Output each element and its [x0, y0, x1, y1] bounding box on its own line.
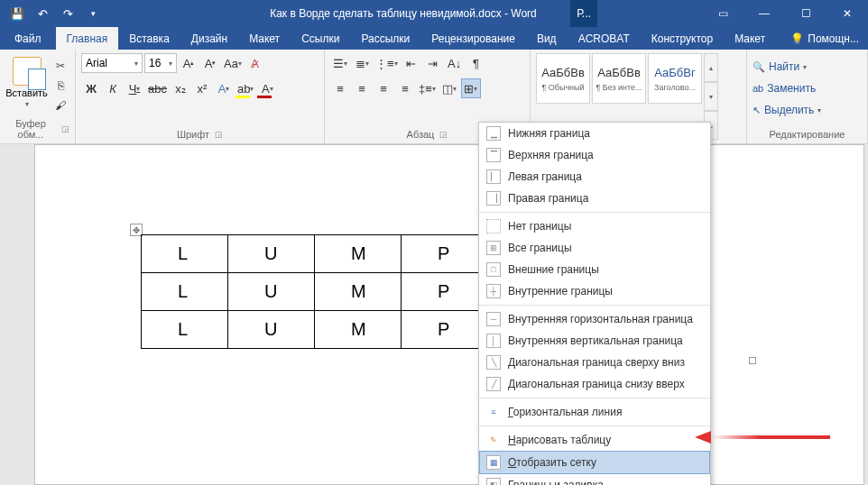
- launcher-icon[interactable]: ◲: [61, 124, 69, 133]
- tab-layout[interactable]: Макет: [238, 27, 291, 50]
- table-cell[interactable]: U: [228, 311, 315, 349]
- copy-icon[interactable]: ⎘: [51, 77, 69, 95]
- menu-diag-down-border[interactable]: ╲Диагональная граница сверху вниз: [479, 352, 710, 373]
- menu-view-gridlines[interactable]: ▦Отобразить сетку: [479, 451, 710, 474]
- justify-icon[interactable]: ≡: [395, 78, 415, 98]
- indent-left-icon[interactable]: ⇤: [402, 53, 421, 73]
- group-editing-label: Редактирование: [770, 129, 845, 140]
- search-icon: 🔍: [753, 61, 765, 73]
- bullets-icon[interactable]: ☰▾: [330, 53, 350, 73]
- text-effects-icon[interactable]: A▾: [214, 78, 234, 98]
- font-color-icon[interactable]: A▾: [257, 78, 277, 98]
- align-left-icon[interactable]: ≡: [330, 78, 350, 98]
- paste-button[interactable]: Вставить ▾: [5, 53, 48, 118]
- table-cell[interactable]: M: [315, 273, 402, 311]
- group-paragraph-label: Абзац: [407, 129, 435, 140]
- format-painter-icon[interactable]: 🖌: [51, 96, 69, 114]
- launcher-icon[interactable]: ◲: [215, 130, 223, 139]
- menu-outside-borders[interactable]: □Внешние границы: [479, 259, 710, 280]
- menu-top-border[interactable]: ▔Верхняя граница: [479, 144, 710, 166]
- qat-customize-icon[interactable]: ▾: [81, 2, 105, 25]
- chevron-down-icon[interactable]: ▾: [704, 82, 718, 111]
- tab-insert[interactable]: Вставка: [118, 27, 180, 50]
- menu-all-borders[interactable]: ⊞Все границы: [479, 237, 710, 259]
- menu-horizontal-line[interactable]: ≡Горизонтальная линия: [479, 401, 710, 423]
- show-marks-icon[interactable]: ¶: [466, 53, 486, 73]
- table-cell[interactable]: L: [142, 235, 228, 273]
- replace-button[interactable]: abЗаменить: [753, 78, 862, 98]
- maximize-icon[interactable]: ☐: [785, 0, 826, 27]
- menu-bottom-border[interactable]: ▁Нижняя граница: [479, 123, 710, 144]
- table-resize-handle[interactable]: [749, 357, 756, 364]
- table-cell[interactable]: L: [142, 273, 228, 311]
- table-cell[interactable]: U: [228, 235, 315, 273]
- table-cell[interactable]: L: [142, 311, 228, 349]
- tab-file[interactable]: Файл: [0, 27, 56, 50]
- chevron-up-icon[interactable]: ▴: [704, 53, 718, 82]
- multilevel-icon[interactable]: ⋮≡▾: [374, 53, 400, 73]
- align-center-icon[interactable]: ≡: [352, 78, 372, 98]
- ribbon-options-icon[interactable]: ▭: [702, 0, 743, 27]
- redo-icon[interactable]: ↷: [56, 2, 79, 25]
- style-normal[interactable]: АаБбВв ¶ Обычный: [536, 53, 590, 104]
- superscript-button[interactable]: x²: [192, 78, 212, 98]
- align-right-icon[interactable]: ≡: [374, 78, 393, 98]
- menu-no-border[interactable]: Нет границы: [479, 215, 710, 237]
- menu-draw-table[interactable]: ✎Нарисовать таблицу: [479, 429, 710, 451]
- border-outside-icon: □: [486, 262, 501, 277]
- menu-left-border[interactable]: ▏Левая граница: [479, 166, 710, 188]
- grow-font-icon[interactable]: A▴: [179, 53, 199, 73]
- bold-button[interactable]: Ж: [81, 78, 101, 98]
- tab-mailings[interactable]: Рассылки: [350, 27, 420, 50]
- tab-review[interactable]: Рецензирование: [420, 27, 526, 50]
- underline-button[interactable]: Ч▾: [125, 78, 144, 98]
- strike-button[interactable]: abc: [146, 78, 169, 98]
- save-icon[interactable]: 💾: [5, 2, 29, 25]
- tab-design[interactable]: Дизайн: [180, 27, 238, 50]
- tab-layout2[interactable]: Макет: [724, 27, 776, 50]
- menu-inside-borders[interactable]: ┼Внутренние границы: [479, 280, 710, 302]
- tab-constructor[interactable]: Конструктор: [641, 27, 724, 50]
- table-cell[interactable]: U: [228, 273, 315, 311]
- shading-icon[interactable]: ◫▾: [439, 78, 459, 98]
- menu-right-border[interactable]: ▕Правая граница: [479, 188, 710, 209]
- shrink-font-icon[interactable]: A▾: [200, 53, 220, 73]
- table-cell[interactable]: M: [315, 311, 402, 349]
- minimize-icon[interactable]: —: [743, 0, 785, 27]
- style-nospacing[interactable]: АаБбВв ¶ Без инте...: [592, 53, 646, 104]
- borders-dropdown: ▁Нижняя граница ▔Верхняя граница ▏Левая …: [478, 122, 711, 485]
- tab-references[interactable]: Ссылки: [291, 27, 350, 50]
- font-name-select[interactable]: Arial▾: [81, 53, 143, 73]
- style-heading[interactable]: АаБбВг Заголово...: [648, 53, 702, 104]
- table-cell[interactable]: M: [315, 235, 402, 273]
- clipboard-icon: [13, 57, 42, 86]
- line-spacing-icon[interactable]: ‡≡▾: [417, 78, 438, 98]
- select-button[interactable]: ↖Выделить ▾: [753, 100, 862, 120]
- menu-borders-shading[interactable]: ◧Границы и заливка...: [479, 474, 710, 485]
- font-size-select[interactable]: 16▾: [144, 53, 177, 73]
- tab-view[interactable]: Вид: [526, 27, 568, 50]
- highlight-icon[interactable]: ab▾: [235, 78, 255, 98]
- launcher-icon[interactable]: ◲: [439, 130, 448, 139]
- tab-home[interactable]: Главная: [56, 27, 119, 50]
- menu-separator: [479, 398, 710, 398]
- undo-icon[interactable]: ↶: [31, 2, 54, 25]
- border-left-icon: ▏: [486, 169, 501, 184]
- find-button[interactable]: 🔍Найти ▾: [753, 57, 862, 77]
- subscript-button[interactable]: x₂: [171, 78, 190, 98]
- menu-inside-h-border[interactable]: ─Внутренняя горизонтальная граница: [479, 308, 710, 330]
- clear-formatting-icon[interactable]: A̷: [245, 53, 265, 73]
- tell-me[interactable]: 💡 Помощн...: [781, 27, 868, 50]
- borders-button[interactable]: ⊞▾: [461, 78, 481, 98]
- indent-right-icon[interactable]: ⇥: [423, 53, 443, 73]
- numbering-icon[interactable]: ≣▾: [352, 53, 372, 73]
- menu-diag-up-border[interactable]: ╱Диагональная граница снизу вверх: [479, 373, 710, 395]
- italic-button[interactable]: К: [103, 78, 123, 98]
- menu-inside-v-border[interactable]: │Внутренняя вертикальная граница: [479, 330, 710, 352]
- cut-icon[interactable]: ✂: [51, 57, 69, 75]
- sort-icon[interactable]: A↓: [445, 53, 465, 73]
- annotation-arrow: [695, 431, 830, 444]
- tab-acrobat[interactable]: ACROBAT: [568, 27, 641, 50]
- close-icon[interactable]: ✕: [826, 0, 868, 27]
- change-case-icon[interactable]: Aa▾: [222, 53, 244, 73]
